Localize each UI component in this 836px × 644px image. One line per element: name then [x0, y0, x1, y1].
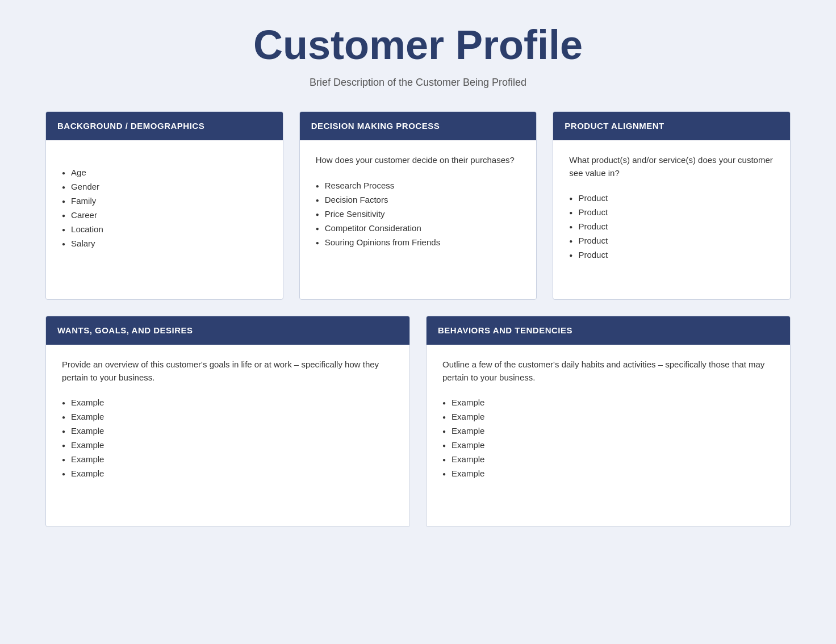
background-card: BACKGROUND / DEMOGRAPHICS Age Gender Fam… — [45, 111, 283, 300]
product-card-header: PRODUCT ALIGNMENT — [553, 112, 790, 140]
list-item: Product — [569, 191, 774, 205]
list-item: Family — [62, 194, 267, 208]
decision-card: DECISION MAKING PROCESS How does your cu… — [299, 111, 537, 300]
list-item: Age — [62, 165, 267, 179]
behaviors-card-body: Outline a few of the customer's daily ha… — [427, 345, 790, 526]
list-item: Salary — [62, 236, 267, 250]
behaviors-card-title: BEHAVIORS AND TENDENCIES — [438, 325, 572, 335]
page-header: Customer Profile Brief Description of th… — [45, 23, 791, 89]
bottom-cards-grid: WANTS, GOALS, AND DESIRES Provide an ove… — [45, 316, 791, 527]
background-card-title: BACKGROUND / DEMOGRAPHICS — [57, 121, 204, 131]
list-item: Career — [62, 208, 267, 222]
list-item: Example — [62, 466, 394, 480]
list-item: Example — [62, 452, 394, 466]
background-list: Age Gender Family Career Location Salary — [62, 165, 267, 250]
wants-list: Example Example Example Example Example … — [62, 395, 394, 480]
page-title: Customer Profile — [45, 23, 791, 68]
list-item: Example — [442, 452, 774, 466]
top-cards-grid: BACKGROUND / DEMOGRAPHICS Age Gender Fam… — [45, 111, 791, 300]
page-subtitle: Brief Description of the Customer Being … — [45, 77, 791, 89]
product-description: What product(s) and/or service(s) does y… — [569, 154, 774, 179]
product-list: Product Product Product Product Product — [569, 191, 774, 262]
decision-list: Research Process Decision Factors Price … — [316, 178, 521, 249]
wants-card-body: Provide an overview of this customer's g… — [46, 345, 409, 526]
wants-card-title: WANTS, GOALS, AND DESIRES — [57, 325, 193, 335]
background-card-body: Age Gender Family Career Location Salary — [46, 140, 283, 299]
list-item: Example — [62, 409, 394, 424]
background-card-header: BACKGROUND / DEMOGRAPHICS — [46, 112, 283, 140]
decision-card-title: DECISION MAKING PROCESS — [311, 121, 440, 131]
list-item: Example — [442, 438, 774, 452]
list-item: Product — [569, 205, 774, 219]
behaviors-card: BEHAVIORS AND TENDENCIES Outline a few o… — [426, 316, 791, 527]
list-item: Decision Factors — [316, 193, 521, 207]
list-item: Example — [62, 395, 394, 409]
list-item: Gender — [62, 179, 267, 194]
list-item: Price Sensitivity — [316, 207, 521, 221]
decision-description: How does your customer decide on their p… — [316, 154, 521, 167]
list-item: Location — [62, 222, 267, 236]
list-item: Example — [442, 409, 774, 424]
decision-card-body: How does your customer decide on their p… — [300, 140, 537, 299]
list-item: Research Process — [316, 178, 521, 193]
list-item: Competitor Consideration — [316, 221, 521, 235]
list-item: Example — [62, 424, 394, 438]
list-item: Product — [569, 233, 774, 248]
list-item: Example — [442, 424, 774, 438]
behaviors-description: Outline a few of the customer's daily ha… — [442, 358, 774, 384]
list-item: Example — [62, 438, 394, 452]
product-card-title: PRODUCT ALIGNMENT — [565, 121, 664, 131]
product-card-body: What product(s) and/or service(s) does y… — [553, 140, 790, 299]
wants-card-header: WANTS, GOALS, AND DESIRES — [46, 316, 409, 345]
behaviors-list: Example Example Example Example Example … — [442, 395, 774, 480]
list-item: Product — [569, 219, 774, 233]
behaviors-card-header: BEHAVIORS AND TENDENCIES — [427, 316, 790, 345]
wants-description: Provide an overview of this customer's g… — [62, 358, 394, 384]
list-item: Example — [442, 466, 774, 480]
wants-card: WANTS, GOALS, AND DESIRES Provide an ove… — [45, 316, 410, 527]
list-item: Product — [569, 248, 774, 262]
list-item: Example — [442, 395, 774, 409]
product-card: PRODUCT ALIGNMENT What product(s) and/or… — [553, 111, 791, 300]
decision-card-header: DECISION MAKING PROCESS — [300, 112, 537, 140]
list-item: Souring Opinions from Friends — [316, 235, 521, 249]
